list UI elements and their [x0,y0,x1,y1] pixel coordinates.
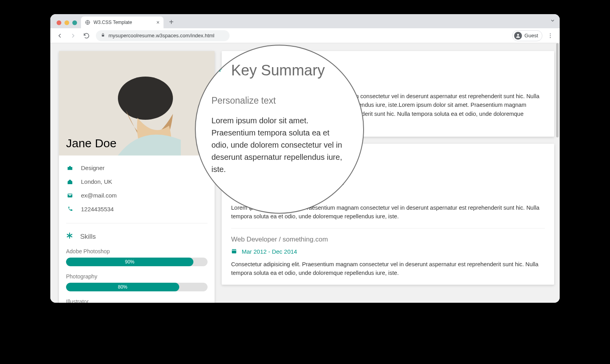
progress-fill: 80% [66,283,179,291]
briefcase-icon [66,165,74,171]
job-date-text: Mar 2012 - Dec 2014 [242,248,297,255]
browser-tab-active[interactable]: W3.CSS Template × [81,16,164,28]
sidebar-card: Jane Doe Designer London, UK ex@mail.com [59,51,215,303]
tab-strip: W3.CSS Template × + [50,14,560,28]
progress-bar: 90% [66,258,208,266]
magnifier-subtitle: Personalize text [211,95,347,106]
phone-icon [66,206,74,212]
reload-button[interactable] [81,30,92,41]
skill-item: Photography 80% [59,271,215,296]
browser-window: W3.CSS Template × + mysupercoolresume.w3… [50,14,560,303]
contact-info: Designer London, UK ex@mail.com 12244355… [59,155,215,219]
browser-menu-button[interactable] [545,30,556,41]
new-tab-button[interactable]: + [164,18,179,28]
profile-chip[interactable]: Guest [512,30,542,41]
progress-bar: 80% [66,283,208,291]
svg-point-3 [550,33,551,34]
job-date: Mar 2012 - Dec 2014 [231,248,545,255]
svg-rect-8 [123,93,168,99]
window-maximize[interactable] [72,20,77,25]
skill-name: Adobe Photoshop [66,248,208,254]
info-row-email: ex@mail.com [66,188,208,202]
skill-name: Photography [66,273,208,280]
url-text: mysupercoolresume.w3spaces.com/index.htm… [108,33,215,38]
chevron-down-icon[interactable] [549,17,556,25]
window-minimize[interactable] [64,20,69,25]
info-row-job: Designer [66,161,208,175]
progress-fill: 90% [66,258,193,266]
magnifier-overlay: Key Summary Personalize text Lorem ipsum… [195,45,364,214]
skills-heading-text: Skills [80,233,96,241]
profile-photo: Jane Doe [59,51,215,155]
home-icon [66,179,74,185]
globe-icon [85,20,90,25]
lock-icon [101,33,105,38]
magnifier-heading-text: Key Summary [231,62,325,79]
magnifier-body: Lorem ipsum dolor sit amet. Praesentium … [211,115,347,176]
scrollbar[interactable] [555,43,560,303]
page-viewport: Jane Doe Designer London, UK ex@mail.com [50,43,560,303]
scrollbar-thumb[interactable] [556,43,559,137]
skills-heading: Skills [59,227,215,246]
profile-label: Guest [524,33,538,38]
info-text: ex@mail.com [81,192,117,199]
svg-rect-1 [102,35,104,37]
info-row-phone: 1224435534 [66,202,208,216]
info-text: London, UK [81,178,112,185]
info-row-location: London, UK [66,175,208,188]
url-field[interactable]: mysupercoolresume.w3spaces.com/index.htm… [96,30,230,41]
job-entry: Web Developer / something.com Mar 2012 -… [231,229,545,285]
address-bar: mysupercoolresume.w3spaces.com/index.htm… [50,28,560,43]
close-icon[interactable]: × [156,20,160,25]
tab-title: W3.CSS Template [94,20,153,25]
svg-point-2 [517,34,519,36]
skill-item: Adobe Photoshop 90% [59,246,215,271]
job-body: Consectetur adipisicing elit. Praesentiu… [231,260,545,278]
divider [66,223,208,223]
forward-button[interactable] [68,30,79,41]
asterisk-icon [66,232,73,241]
window-controls [53,20,81,28]
avatar-icon [514,32,522,40]
skill-item: Illustrator 75% [59,296,215,303]
back-button[interactable] [54,30,65,41]
skill-name: Illustrator [66,298,208,303]
info-text: 1224435534 [81,206,114,212]
job-title: Web Developer / something.com [231,236,545,243]
svg-point-5 [550,37,551,38]
info-text: Designer [81,165,105,171]
window-close[interactable] [57,20,61,25]
profile-name: Jane Doe [66,137,116,150]
magnifier-heading: Key Summary [211,62,347,79]
calendar-icon [231,248,237,255]
svg-point-4 [550,35,551,36]
envelope-icon [66,192,74,199]
svg-rect-11 [232,249,236,253]
